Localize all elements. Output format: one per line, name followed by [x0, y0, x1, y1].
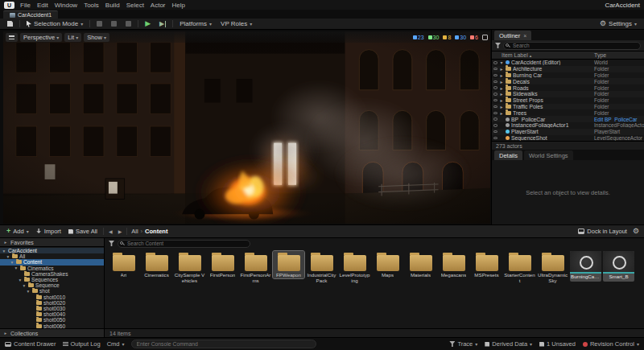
tree-item-sequence[interactable]: ▾Sequence — [0, 282, 104, 288]
outliner-row[interactable]: PlayerStartPlayerStart — [492, 129, 644, 135]
menu-item-help[interactable]: Help — [171, 2, 187, 9]
content-drawer-button[interactable]: Content Drawer — [5, 340, 56, 348]
tab-world-settings[interactable]: World Settings — [524, 150, 573, 160]
outliner-search-input[interactable] — [503, 42, 641, 50]
visibility-eye-icon[interactable] — [493, 74, 497, 77]
viewport-scene[interactable] — [3, 31, 490, 224]
tree-item-camerashakes[interactable]: CameraShakes — [0, 271, 104, 277]
breadcrumb-content[interactable]: Content — [145, 228, 167, 235]
breadcrumb-all[interactable]: All — [131, 228, 138, 235]
tree-item-content[interactable]: ▾Content — [0, 259, 104, 265]
asset-smart-b[interactable]: Smart_B — [603, 251, 634, 282]
tree-item-shot0040[interactable]: shot0040 — [0, 311, 104, 317]
visibility-eye-icon[interactable] — [493, 124, 497, 127]
tab-level-caraccident1[interactable]: CarAccident1 — [3, 10, 58, 19]
cinematics-button[interactable] — [123, 19, 134, 28]
unreal-logo-icon[interactable]: U — [4, 2, 14, 9]
tree-item-caraccident[interactable]: ▾CarAccident — [0, 248, 104, 253]
outliner-row[interactable]: InstancedFoliageActor1InstancedFoliageAc… — [492, 122, 644, 129]
output-log-button[interactable]: Output Log — [63, 340, 101, 348]
viewport-options-button[interactable] — [6, 33, 18, 42]
menu-item-select[interactable]: Select — [125, 2, 146, 9]
folder-mspresets[interactable]: MSPresets — [471, 251, 502, 278]
favorites-section[interactable]: ▸Favorites — [0, 238, 104, 247]
quick-add-button[interactable] — [94, 19, 105, 28]
outliner-row[interactable]: ▸DecalsFolder — [492, 78, 644, 84]
add-button[interactable]: +Add▾ — [5, 228, 31, 235]
visibility-eye-icon[interactable] — [493, 112, 497, 115]
view-mode-dropdown[interactable]: Lit▾ — [64, 33, 81, 42]
content-settings-icon[interactable]: ⚙ — [633, 228, 639, 235]
visibility-eye-icon[interactable] — [493, 68, 497, 71]
filter-icon[interactable] — [109, 241, 114, 246]
tree-item-shot0050[interactable]: shot0050 — [0, 317, 104, 323]
folder-ultradynamicsky[interactable]: UltraDynamicSky — [537, 251, 568, 284]
level-viewport[interactable]: Perspective▾ Lit▾ Show▾ 23308306 — [3, 31, 490, 224]
tree-item-shot[interactable]: ▾shot — [0, 288, 104, 294]
folder-levelprototyping[interactable]: LevelPrototyping — [339, 251, 370, 284]
tree-item-shot0020[interactable]: shot0020 — [0, 300, 104, 306]
maximize-viewport-icon[interactable] — [482, 35, 488, 40]
visibility-eye-icon[interactable] — [493, 137, 497, 140]
outliner-row[interactable]: ▸Street PropsFolder — [492, 97, 644, 104]
tab-details[interactable]: Details — [494, 150, 522, 160]
outliner-row[interactable]: ▸RoadsFolder — [492, 84, 644, 91]
save-button[interactable] — [5, 19, 15, 28]
tree-item-sequences[interactable]: ▾Sequences — [0, 277, 104, 282]
outliner-row[interactable]: ▸Traffic PolesFolder — [492, 104, 644, 110]
outliner-row[interactable]: ▾CarAccident (Editor)World — [492, 60, 644, 66]
visibility-eye-icon[interactable] — [493, 130, 497, 134]
back-button[interactable]: ◀ — [108, 229, 114, 234]
visibility-eye-icon[interactable] — [493, 80, 497, 84]
outliner-row[interactable]: SequenceShotLevelSequenceActor — [492, 135, 644, 142]
menu-item-build[interactable]: Build — [104, 2, 122, 9]
import-button[interactable]: Import — [35, 228, 63, 235]
menu-item-tools[interactable]: Tools — [82, 2, 101, 9]
menu-item-file[interactable]: File — [19, 2, 32, 9]
outliner-column-header[interactable]: Item Label▴ Type — [492, 51, 644, 60]
perspective-dropdown[interactable]: Perspective▾ — [20, 33, 62, 42]
folder-cinematics[interactable]: Cinematics — [141, 251, 172, 278]
revision-control-dropdown[interactable]: Revision Control▾ — [583, 340, 639, 348]
settings-dropdown[interactable]: ⚙ Settings ▾ — [597, 19, 639, 28]
folder-fpweapon[interactable]: FPWeapon — [273, 251, 304, 278]
folder-megascans[interactable]: Megascans — [438, 251, 469, 278]
tree-item-cinematics[interactable]: ▾Cinematics — [0, 266, 104, 271]
selection-mode-dropdown[interactable]: Selection Mode ▾ — [24, 19, 85, 28]
outliner-row[interactable]: ▸ArchitectureFolder — [492, 66, 644, 72]
outliner-row[interactable]: ▸Burning CarFolder — [492, 72, 644, 79]
menu-item-edit[interactable]: Edit — [35, 2, 50, 9]
content-search-input[interactable] — [118, 240, 250, 248]
visibility-eye-icon[interactable] — [493, 105, 497, 109]
menu-item-window[interactable]: Window — [53, 2, 79, 9]
outliner-row[interactable]: BP_PoliceCarEdit BP_PoliceCar — [492, 116, 644, 122]
folder-industrialcitypack[interactable]: IndustrialCityPack — [306, 251, 337, 284]
outliner-row[interactable]: ▸TreesFolder — [492, 109, 644, 116]
folder-firstperson[interactable]: FirstPerson — [207, 251, 238, 278]
visibility-eye-icon[interactable] — [493, 117, 497, 121]
tree-item-shot0030[interactable]: shot0030 — [0, 306, 104, 311]
save-all-button[interactable]: Save All — [67, 228, 99, 235]
show-dropdown[interactable]: Show▾ — [84, 33, 109, 42]
outliner-row[interactable]: ▸SidewalksFolder — [492, 91, 644, 97]
tree-item-shot0010[interactable]: shot0010 — [0, 294, 104, 300]
folder-firstpersonarms[interactable]: FirstPersonArms — [240, 251, 271, 284]
platforms-dropdown[interactable]: Platforms ▾ — [177, 19, 214, 28]
visibility-eye-icon[interactable] — [493, 99, 497, 102]
menu-item-actor[interactable]: Actor — [149, 2, 167, 9]
visibility-eye-icon[interactable] — [493, 86, 497, 89]
forward-button[interactable]: ▶ — [118, 229, 123, 234]
console-command-input[interactable] — [131, 340, 316, 348]
folder-citysample-vehicles[interactable]: CitySample Vehicles — [174, 251, 205, 284]
folder-materials[interactable]: Materials — [405, 251, 436, 278]
visibility-eye-icon[interactable] — [493, 61, 497, 64]
play-button[interactable]: ▶ — [142, 19, 153, 28]
visibility-eye-icon[interactable] — [493, 93, 497, 96]
trace-dropdown[interactable]: Trace▾ — [449, 340, 477, 348]
asset-burningcar-b[interactable]: BurningCar_B — [570, 251, 601, 282]
tree-item-all[interactable]: ▾All — [0, 253, 104, 259]
collections-section[interactable]: ▸Collections — [0, 328, 104, 337]
skip-button[interactable]: ▶ — [157, 19, 168, 28]
filter-icon[interactable] — [495, 43, 501, 48]
folder-startercontent[interactable]: StarterContent — [504, 251, 535, 284]
